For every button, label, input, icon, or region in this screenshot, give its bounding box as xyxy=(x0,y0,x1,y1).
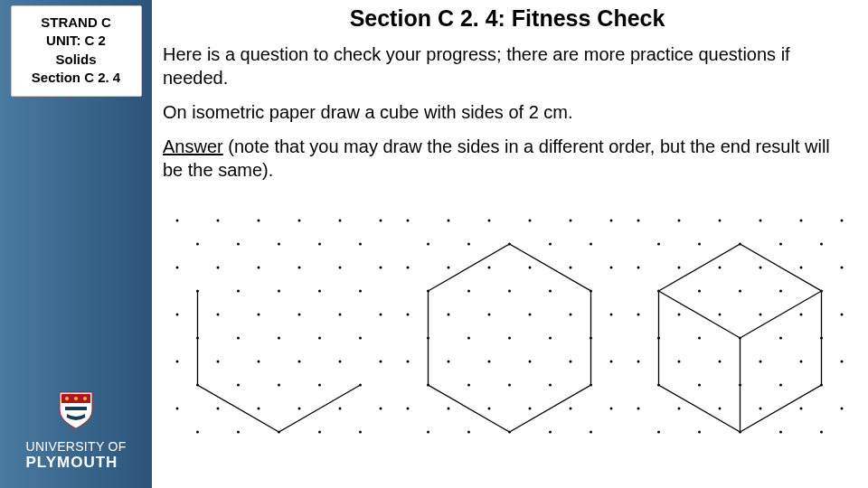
svg-point-107 xyxy=(610,408,613,410)
svg-point-161 xyxy=(760,408,762,410)
svg-point-33 xyxy=(278,337,280,340)
svg-point-138 xyxy=(719,314,722,316)
svg-point-108 xyxy=(427,431,429,434)
main-content: Section C 2. 4: Fitness Check Here is a … xyxy=(152,0,868,488)
svg-point-100 xyxy=(549,384,552,387)
svg-point-72 xyxy=(529,267,532,269)
answer-paragraph: Answer (note that you may draw the sides… xyxy=(163,135,852,182)
svg-point-148 xyxy=(678,361,681,363)
strand-line: STRAND C xyxy=(15,14,137,32)
svg-point-9 xyxy=(196,243,199,246)
svg-point-5 xyxy=(258,220,260,222)
svg-point-160 xyxy=(719,408,722,410)
svg-point-114 xyxy=(637,220,640,222)
svg-point-78 xyxy=(549,290,552,293)
svg-point-59 xyxy=(448,220,450,222)
svg-point-164 xyxy=(657,431,660,434)
svg-point-38 xyxy=(258,361,260,363)
svg-point-19 xyxy=(380,267,382,269)
intro-paragraph: Here is a question to check your progres… xyxy=(163,42,852,89)
unit-line: UNIT: C 2 xyxy=(15,32,137,50)
crest-icon xyxy=(58,389,94,434)
svg-point-98 xyxy=(467,384,470,387)
svg-point-145 xyxy=(779,337,782,340)
svg-point-6 xyxy=(298,220,301,222)
svg-point-54 xyxy=(237,431,240,434)
svg-point-77 xyxy=(508,290,511,293)
svg-point-36 xyxy=(176,361,179,363)
svg-point-30 xyxy=(380,314,382,316)
svg-point-115 xyxy=(678,220,681,222)
svg-point-158 xyxy=(637,408,640,410)
svg-point-167 xyxy=(779,431,782,434)
svg-point-82 xyxy=(488,314,491,316)
svg-point-83 xyxy=(529,314,532,316)
svg-point-140 xyxy=(800,314,803,316)
question-paragraph: On isometric paper draw a cube with side… xyxy=(163,100,852,124)
svg-point-68 xyxy=(590,243,592,246)
svg-point-24 xyxy=(359,290,362,293)
svg-point-57 xyxy=(359,431,362,434)
svg-point-127 xyxy=(719,267,722,269)
svg-point-26 xyxy=(217,314,220,316)
svg-point-60 xyxy=(488,220,491,222)
svg-point-133 xyxy=(739,290,741,293)
svg-point-119 xyxy=(841,220,844,222)
svg-point-165 xyxy=(698,431,701,434)
svg-point-141 xyxy=(841,314,844,316)
svg-point-109 xyxy=(467,431,470,434)
svg-point-3 xyxy=(176,220,179,222)
svg-point-152 xyxy=(841,361,844,363)
svg-point-154 xyxy=(698,384,701,387)
svg-point-34 xyxy=(318,337,321,340)
svg-point-128 xyxy=(760,267,762,269)
svg-point-85 xyxy=(610,314,613,316)
svg-point-87 xyxy=(467,337,470,340)
svg-point-118 xyxy=(800,220,803,222)
svg-point-22 xyxy=(278,290,280,293)
svg-point-150 xyxy=(760,361,762,363)
svg-point-43 xyxy=(237,384,240,387)
svg-point-84 xyxy=(570,314,572,316)
svg-line-172 xyxy=(741,291,822,338)
svg-point-112 xyxy=(590,431,592,434)
svg-point-44 xyxy=(278,384,280,387)
svg-point-103 xyxy=(448,408,450,410)
sidebar-info-panel: STRAND C UNIT: C 2 Solids Section C 2. 4 xyxy=(11,5,142,97)
svg-point-126 xyxy=(678,267,681,269)
svg-point-61 xyxy=(529,220,532,222)
svg-point-117 xyxy=(760,220,762,222)
svg-point-62 xyxy=(570,220,572,222)
svg-point-168 xyxy=(820,431,823,434)
svg-point-21 xyxy=(237,290,240,293)
svg-point-23 xyxy=(318,290,321,293)
svg-point-40 xyxy=(339,361,342,363)
svg-point-162 xyxy=(800,408,803,410)
page-title: Section C 2. 4: Fitness Check xyxy=(163,5,852,32)
svg-point-147 xyxy=(637,361,640,363)
svg-point-69 xyxy=(407,267,410,269)
svg-point-18 xyxy=(339,267,342,269)
svg-point-132 xyxy=(698,290,701,293)
svg-point-94 xyxy=(529,361,532,363)
svg-point-163 xyxy=(841,408,844,410)
svg-point-56 xyxy=(318,431,321,434)
svg-point-73 xyxy=(570,267,572,269)
svg-point-13 xyxy=(359,243,362,246)
svg-point-143 xyxy=(698,337,701,340)
svg-point-58 xyxy=(407,220,410,222)
svg-point-149 xyxy=(719,361,722,363)
svg-point-139 xyxy=(760,314,762,316)
isometric-figure-step2 xyxy=(399,207,616,442)
svg-point-37 xyxy=(217,361,220,363)
isometric-figure-step3 xyxy=(629,207,846,442)
svg-point-49 xyxy=(258,408,260,410)
svg-point-99 xyxy=(508,384,511,387)
svg-point-151 xyxy=(800,361,803,363)
brand-name: PLYMOUTH xyxy=(26,454,127,472)
svg-point-106 xyxy=(570,408,572,410)
svg-point-121 xyxy=(698,243,701,246)
svg-point-32 xyxy=(237,337,240,340)
topic-line: Solids xyxy=(15,51,137,69)
svg-point-91 xyxy=(407,361,410,363)
